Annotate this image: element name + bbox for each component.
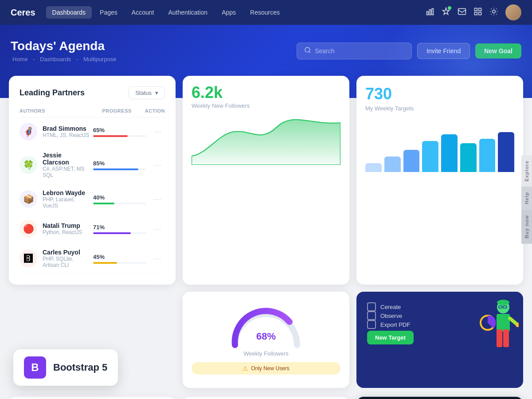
author-info: 🅱 Carles Puyol PHP, SQLite, Artisan CLI [20,249,90,268]
svg-rect-17 [503,329,509,347]
progress-cell: 71% [93,224,146,234]
status-dropdown[interactable]: Status ▾ [129,86,165,99]
progress-bar-bg [93,203,146,204]
explore-label[interactable]: Explore [521,155,532,187]
bar-fill [498,132,514,172]
progress-cell: 40% [93,194,146,204]
bootstrap-icon: B [24,356,46,379]
bar-chart [365,119,514,172]
action-menu-button[interactable]: ⋯ [150,192,165,206]
target-number: 730 [365,85,514,103]
progress-cell: 45% [93,254,146,264]
svg-rect-4 [475,8,477,11]
progress-bar-fill [93,232,131,234]
bar-item [441,134,458,172]
create-icon [367,302,376,311]
watermark-text: Bootstrap 5 [53,362,107,373]
action-menu-button[interactable]: ⋯ [150,125,165,138]
svg-rect-6 [475,12,477,15]
gauge-card: 68% Weekly Followers ⚠ Only New Users [183,292,349,388]
table-header: AUTHORS PROGRESS ACTION [20,108,165,117]
search-icon [304,47,311,55]
gauge-label: Weekly Followers [243,350,289,357]
svg-rect-0 [427,12,428,15]
leading-partners-card: Leading Partners Status ▾ AUTHORS PROGRE… [9,76,176,285]
menu-export[interactable]: Export PDF [367,320,473,329]
new-goal-button[interactable]: New Goal [475,43,521,59]
nav-pages[interactable]: Pages [94,6,124,19]
chart-icon[interactable] [426,7,434,18]
bar-item [422,141,438,172]
weekly-targets-card: 730 My Weekly Targets [356,76,523,285]
search-input[interactable] [315,47,404,55]
action-menu-button[interactable]: ⋯ [150,158,165,172]
grid-icon[interactable] [473,7,482,18]
svg-point-8 [493,10,496,13]
export-icon [367,320,376,329]
author-row: 📦 Lebron Wayde PHP, Laravel, VueJS 40% ⋯ [20,184,165,215]
bar-fill [441,134,458,172]
bar-item [479,139,496,172]
author-info: 🦸 Brad Simmons HTML, JS, ReactJS [20,123,90,141]
author-row: 🍀 Jessie Clarcson C#, ASP.NET, MS SQL 85… [20,146,165,184]
leading-partners-title: Leading Partners [20,88,85,98]
author-avatar: 📦 [20,190,37,208]
nav-apps[interactable]: Apps [215,6,242,19]
invite-friend-button[interactable]: Invite Friend [417,43,470,59]
author-avatar: 🦸 [20,123,37,141]
progress-bar-bg [93,135,146,137]
search-box[interactable] [297,43,412,59]
author-info: 🍀 Jessie Clarcson C#, ASP.NET, MS SQL [20,152,90,178]
authors-list: 🦸 Brad Simmons HTML, JS, ReactJS 65% ⋯ 🍀 [20,117,165,274]
followers-label: Weekly New Followers [192,102,340,109]
nav-authentication[interactable]: Authentication [162,6,214,19]
buy-now-label[interactable]: Buy now [521,210,532,244]
message-icon[interactable] [458,7,466,18]
hero-actions: Invite Friend New Goal [297,43,521,59]
progress-bar-bg [93,262,146,264]
svg-rect-3 [458,8,466,14]
author-row: 🔴 Natali Trump Python, ReactJS 71% ⋯ [20,215,165,243]
bar-fill [403,150,420,172]
author-row: 🅱 Carles Puyol PHP, SQLite, Artisan CLI … [20,243,165,274]
nav-resources[interactable]: Resources [244,6,286,19]
followers-card: 6.2k Weekly New Followers [183,76,349,285]
svg-rect-15 [497,314,510,332]
sparkle-icon[interactable] [442,7,450,18]
author-row: 🦸 Brad Simmons HTML, JS, ReactJS 65% ⋯ [20,117,165,146]
target-label: My Weekly Targets [365,105,514,112]
action-menu-button[interactable]: ⋯ [150,252,165,265]
nav-dashboards[interactable]: Dashboards [46,6,92,19]
brand-logo[interactable]: Ceres [11,8,35,18]
help-label[interactable]: Help [521,187,532,210]
sun-icon[interactable] [489,7,498,18]
side-labels: Explore Help Buy now [521,155,532,244]
author-info: 📦 Lebron Wayde PHP, Laravel, VueJS [20,189,90,209]
progress-bar-fill [93,168,138,170]
bar-item [365,163,382,172]
svg-point-9 [305,47,310,52]
bar-item [384,156,401,172]
author-info: 🔴 Natali Trump Python, ReactJS [20,220,90,238]
bar-item [498,132,514,172]
nav-account[interactable]: Account [125,6,160,19]
menu-observe[interactable]: Observe [367,311,473,320]
alert-badge: ⚠ Only New Users [192,362,340,375]
svg-rect-5 [479,8,481,11]
progress-bar-bg [93,232,146,234]
menu-create[interactable]: Cereate [367,302,473,311]
new-target-button[interactable]: New Target [367,331,414,344]
user-avatar[interactable] [505,4,521,20]
progress-cell: 85% [93,160,146,170]
svg-rect-16 [497,329,502,347]
bar-fill [422,141,438,172]
area-chart-container [192,116,340,169]
dark-metrics-col: ⋮⋮ +82$ +280$ +4500$ [356,397,523,399]
action-menu-button[interactable]: ⋯ [150,222,165,235]
svg-rect-2 [432,8,433,15]
dark-action-card: Cereate Observe Export PDF New Target [356,292,523,388]
followers-number: 6.2k [192,85,340,101]
author-avatar: 🅱 [20,250,37,267]
observe-icon [367,311,376,320]
main-content: Leading Partners Status ▾ AUTHORS PROGRE… [9,76,523,388]
